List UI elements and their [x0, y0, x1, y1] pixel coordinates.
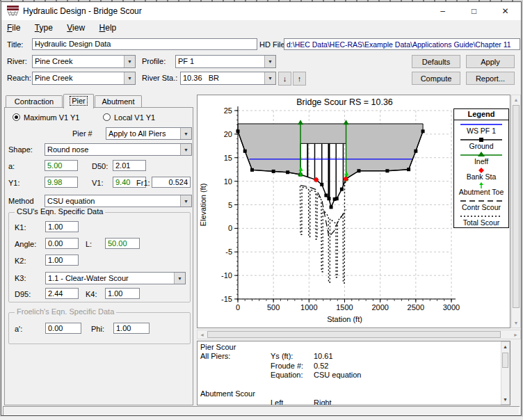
title-label: Title:: [7, 40, 23, 49]
d95-label: D95:: [15, 290, 31, 298]
a-label: a:: [8, 162, 15, 170]
scroll-up-icon[interactable]: ▲: [501, 342, 509, 351]
tab-abutment[interactable]: Abutment: [95, 95, 142, 108]
tab-contraction[interactable]: Contraction: [6, 95, 63, 108]
froelich-group-title: Froelich's Eqn. Specific Data: [15, 307, 116, 316]
tab-pier[interactable]: Pier: [63, 94, 94, 108]
svg-text:Elevation (ft): Elevation (ft): [199, 184, 207, 227]
menu-help[interactable]: Help: [94, 20, 122, 35]
station-up-button[interactable]: ↑: [293, 72, 306, 86]
phi-field[interactable]: 1.00: [113, 323, 150, 334]
scroll-up-icon[interactable]: ▲: [512, 95, 520, 104]
a-field[interactable]: 5.00: [45, 160, 78, 171]
result-line: [198, 380, 510, 389]
chart-horizontal-scrollbar[interactable]: ◄ ►: [197, 330, 521, 339]
d50-label: D50:: [92, 162, 108, 170]
svg-text:-10: -10: [221, 271, 232, 280]
k1-field[interactable]: 1.00: [45, 221, 79, 232]
l-label: L:: [86, 240, 92, 248]
csu-group-title: CSU's Eqn. Specific Data: [15, 207, 105, 216]
svg-text:3000: 3000: [443, 303, 460, 312]
svg-text:500: 500: [267, 303, 280, 312]
k1-label: K1:: [15, 223, 26, 232]
k2-label: K2:: [15, 257, 26, 265]
scroll-down-icon[interactable]: ▼: [512, 318, 520, 328]
chart-panel: Bridge Scour RS = 10.36-15-10-5051015202…: [197, 95, 521, 339]
k4-field[interactable]: 1.00: [105, 288, 140, 299]
close-button[interactable]: ✕: [490, 2, 521, 20]
a-prime-label: a':: [15, 325, 22, 333]
legend-entry: Ineff: [454, 152, 508, 166]
radio-maximum-v1y1[interactable]: [13, 113, 20, 121]
scroll-down-icon[interactable]: ▼: [501, 395, 509, 404]
k3-combo[interactable]: 1.1 - Clear-Water Scour ▼: [45, 272, 186, 284]
chevron-down-icon: ▼: [127, 59, 132, 64]
legend-entry: Bank Sta: [454, 167, 508, 181]
d95-field[interactable]: 2.44: [45, 288, 79, 299]
chevron-down-icon: ▼: [268, 76, 273, 81]
y1-field[interactable]: 9.98: [45, 177, 78, 188]
csu-group: CSU's Eqn. Specific Data K1: 1.00 Angle:…: [8, 212, 191, 302]
svg-text:-15: -15: [221, 295, 232, 303]
reach-combo[interactable]: Pine Creek ▼: [32, 72, 136, 85]
legend-entry: Contr Scour: [454, 197, 508, 212]
report-button[interactable]: Report...: [466, 72, 515, 85]
profile-combo[interactable]: PF 1 ▼: [175, 55, 276, 68]
v1-label: V1:: [92, 179, 104, 187]
window-title: Hydraulic Design - Bridge Scour: [23, 6, 142, 16]
chart-vertical-scrollbar[interactable]: ▲ ▼: [511, 95, 521, 328]
menu-bar: File Type View Help: [1, 20, 521, 36]
scour-input-panel: Contraction Pier Abutment Maximum V1 Y1 …: [4, 94, 195, 405]
title-bar: Hydraulic Design - Bridge Scour – □ ✕: [1, 2, 521, 20]
radio-local-label: Local V1 Y1: [114, 113, 155, 122]
scroll-right-icon[interactable]: ►: [511, 330, 520, 339]
angle-field[interactable]: 0.00: [45, 238, 79, 249]
shape-combo[interactable]: Round nose ▼: [45, 143, 192, 156]
svg-text:20: 20: [224, 130, 232, 138]
app-icon: [7, 6, 19, 17]
river-combo[interactable]: Pine Creek ▼: [32, 55, 136, 68]
pier-number-combo[interactable]: Apply to All Piers ▼: [106, 127, 192, 140]
maximize-button[interactable]: □: [458, 2, 490, 20]
menu-file[interactable]: File: [1, 20, 26, 35]
svg-text:Bridge Scour RS = 10.36: Bridge Scour RS = 10.36: [296, 97, 393, 107]
minimize-button[interactable]: –: [427, 2, 458, 20]
method-combo[interactable]: CSU equation ▼: [45, 195, 192, 207]
chevron-down-icon: ▼: [127, 76, 132, 81]
radio-local-v1y1[interactable]: [103, 113, 111, 121]
hd-file-field[interactable]: d:\HEC Data\HEC-RAS\Example Data\Applica…: [284, 38, 520, 50]
k2-field[interactable]: 1.00: [45, 255, 79, 266]
legend-entry: Total Scour: [454, 213, 508, 227]
svg-text:2000: 2000: [371, 303, 388, 312]
menu-view[interactable]: View: [61, 20, 90, 35]
compute-button[interactable]: Compute: [412, 72, 460, 85]
apply-button[interactable]: Apply: [466, 55, 515, 68]
d50-field[interactable]: 2.01: [113, 160, 146, 171]
radio-maximum-label: Maximum V1 Y1: [24, 113, 80, 122]
method-label: Method: [8, 197, 34, 205]
chevron-down-icon: ▼: [268, 59, 273, 64]
svg-text:1000: 1000: [300, 303, 317, 312]
a-prime-field[interactable]: 0.00: [45, 323, 81, 334]
result-line: Pier Scour: [198, 343, 510, 352]
hydraulic-design-window: Hydraulic Design - Bridge Scour – □ ✕ Fi…: [1, 1, 522, 416]
title-field[interactable]: Hydraulic Design Data: [32, 38, 257, 50]
froelich-group: Froelich's Eqn. Specific Data a': 0.00 P…: [8, 312, 191, 344]
results-scrollbar[interactable]: ▲ ▼: [501, 341, 510, 405]
scour-results-text: Pier ScourAll Piers:Ys (ft):10.61Froude …: [197, 341, 510, 405]
svg-text:0: 0: [236, 303, 240, 312]
station-down-button[interactable]: ↓: [278, 72, 291, 86]
result-line: LeftRight: [198, 398, 510, 405]
chevron-down-icon: ▼: [177, 276, 182, 281]
scroll-left-icon[interactable]: ◄: [198, 330, 207, 339]
svg-text:5: 5: [228, 201, 232, 209]
l-field[interactable]: 50.00: [105, 238, 140, 249]
fr1-label: Fr1:: [136, 179, 150, 187]
hd-file-label: HD File:: [259, 40, 287, 49]
defaults-button[interactable]: Defaults: [412, 55, 460, 68]
angle-label: Angle:: [15, 240, 36, 248]
river-sta-combo[interactable]: 10.36 BR ▼: [180, 72, 276, 85]
svg-text:10: 10: [224, 177, 232, 186]
background-window-sliver: [0, 417, 523, 420]
menu-type[interactable]: Type: [29, 20, 58, 35]
